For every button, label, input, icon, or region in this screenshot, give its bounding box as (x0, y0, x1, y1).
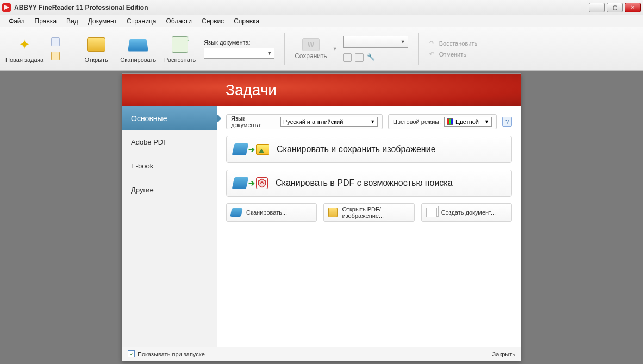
undo-button[interactable]: ↶Отменить (428, 51, 477, 58)
task-open-pdf-image[interactable]: Открыть PDF/изображение... (323, 203, 414, 222)
task-create-document[interactable]: Создать документ... (421, 203, 512, 222)
side-tab-main[interactable]: Основные (122, 106, 217, 130)
doc-language-combo[interactable]: ▼ (204, 48, 274, 59)
menu-page[interactable]: Страница (122, 16, 160, 26)
chevron-down-icon: ▼ (484, 119, 489, 124)
chevron-down-icon: ▼ (370, 119, 375, 124)
side-tab-other[interactable]: Другие (122, 178, 217, 202)
toolbar-separator (284, 33, 285, 65)
maximize-button[interactable]: ▢ (607, 3, 623, 12)
history-block: ↷Восстановить ↶Отменить (428, 40, 477, 58)
task-label: Сканировать и сохранить изображение (277, 145, 436, 154)
side-tab-pdf[interactable]: Adobe PDF (122, 130, 217, 154)
scanner-icon (232, 143, 249, 155)
tasks-title: Задачи (226, 81, 277, 99)
scanner-icon (128, 35, 148, 54)
arrow-right-icon: ➔ (248, 179, 255, 187)
folder-open-icon (86, 35, 106, 54)
toolbar: ✦ Новая задача Открыть Сканировать Распо… (0, 27, 643, 71)
menu-help[interactable]: Справка (229, 16, 264, 26)
task-colormode-combo[interactable]: Цветной ▼ (444, 117, 492, 127)
chevron-down-icon[interactable]: ▼ (333, 46, 338, 52)
pdf-icon (256, 177, 268, 189)
word-doc-icon: W (302, 38, 320, 51)
menu-document[interactable]: Документ (84, 16, 121, 26)
titlebar: ABBYY FineReader 11 Professional Edition… (0, 0, 643, 15)
mini-tools: 🔧 (343, 53, 408, 62)
window-title: ABBYY FineReader 11 Professional Edition (14, 4, 148, 11)
side-tab-ebook[interactable]: E-book (122, 154, 217, 178)
task-label: Сканировать в PDF с возможностью поиска (276, 178, 453, 188)
task-scan-save-image[interactable]: ➔ Сканировать и сохранить изображение (226, 136, 512, 163)
show-on-startup-checkbox[interactable]: ✓ (128, 350, 135, 357)
menubar: Файл Правка Вид Документ Страница Област… (0, 15, 643, 27)
recognize-icon (170, 35, 190, 54)
tool-icon[interactable] (355, 53, 364, 62)
color-swatch-icon (447, 118, 453, 125)
wrench-icon[interactable]: 🔧 (367, 53, 376, 62)
save-button[interactable]: W Сохранить (295, 38, 327, 60)
task-label: Создать документ... (441, 209, 496, 216)
tasks-header: Задачи (122, 74, 521, 106)
menu-view[interactable]: Вид (62, 16, 83, 26)
task-colormode-group: Цветовой режим: Цветной ▼ (388, 114, 497, 129)
redo-button[interactable]: ↷Восстановить (428, 40, 477, 47)
task-label: Открыть PDF/изображение... (342, 206, 409, 219)
tasks-dialog: Задачи Основные Adobe PDF E-book Другие … (122, 73, 521, 361)
app-icon (2, 3, 11, 12)
scanner-icon (232, 177, 249, 189)
task-colormode-label: Цветовой режим: (393, 118, 441, 125)
documents-icon (426, 208, 437, 217)
tasks-sidebar: Основные Adobe PDF E-book Другие (122, 106, 217, 347)
arrow-right-icon: ➔ (248, 145, 255, 154)
menu-tools[interactable]: Сервис (197, 16, 228, 26)
image-icon (256, 144, 269, 155)
doc-language-block: Язык документа: ▼ (204, 39, 274, 59)
close-button[interactable]: ✕ (625, 3, 641, 12)
open-button[interactable]: Открыть (80, 35, 113, 63)
chevron-down-icon: ▼ (267, 51, 272, 56)
menu-edit[interactable]: Правка (30, 16, 61, 26)
send-to-combo[interactable]: ▼ (343, 36, 408, 48)
undo-icon: ↶ (428, 51, 436, 58)
task-scan-to-pdf[interactable]: ➔ Сканировать в PDF с возможностью поиск… (226, 170, 512, 197)
show-on-startup-label: Показывать при запуске (138, 351, 205, 357)
window-controls: — ▢ ✕ (589, 3, 641, 12)
menu-file[interactable]: Файл (4, 16, 29, 26)
minimize-button[interactable]: — (589, 3, 605, 12)
pages-icon[interactable] (51, 52, 60, 60)
task-label: Сканировать... (246, 209, 287, 216)
toolbar-separator (418, 33, 419, 65)
recognize-button[interactable]: Распознать (164, 35, 196, 63)
toolbar-separator (70, 33, 70, 65)
tasks-footer: ✓ Показывать при запуске Закрыть (122, 347, 521, 361)
task-language-group: Язык документа: Русский и английский ▼ (226, 114, 383, 129)
scanner-icon (230, 208, 242, 217)
folder-icon (328, 208, 338, 217)
tasks-content: Язык документа: Русский и английский ▼ Ц… (217, 106, 521, 347)
doc-language-label: Язык документа: (204, 39, 274, 46)
new-task-button[interactable]: ✦ Новая задача (5, 35, 43, 63)
task-scan[interactable]: Сканировать... (226, 203, 317, 222)
scan-button[interactable]: Сканировать (120, 35, 156, 63)
wand-icon: ✦ (15, 35, 34, 54)
chevron-down-icon: ▼ (401, 39, 405, 45)
menu-areas[interactable]: Области (161, 16, 196, 26)
page-icon[interactable] (51, 37, 60, 46)
task-language-combo[interactable]: Русский и английский ▼ (280, 117, 378, 127)
work-area: Задачи Основные Adobe PDF E-book Другие … (0, 71, 643, 364)
task-language-label: Язык документа: (231, 115, 277, 128)
redo-icon: ↷ (428, 40, 436, 47)
help-button[interactable]: ? (502, 117, 512, 127)
tool-icon[interactable] (343, 53, 352, 62)
tasks-close-link[interactable]: Закрыть (492, 351, 515, 357)
